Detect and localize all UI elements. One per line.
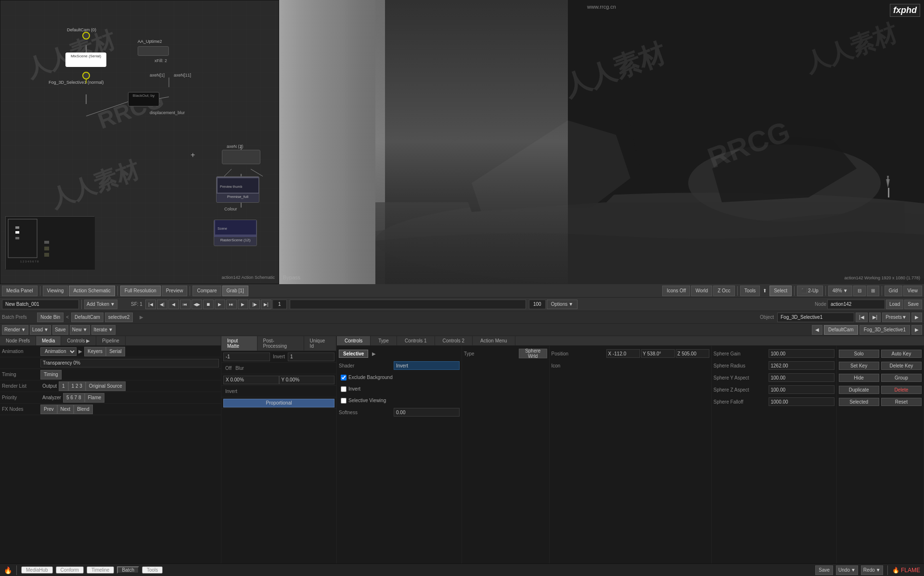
selective-btn[interactable]: Selective xyxy=(339,350,368,358)
insp-tab-controls[interactable]: Controls xyxy=(337,336,371,345)
tab-post-processing[interactable]: Post-Processing xyxy=(257,336,304,351)
selective2-btn[interactable]: selective2 xyxy=(105,313,133,322)
next-btn[interactable]: Next xyxy=(57,405,74,414)
serial-btn[interactable]: Serial xyxy=(106,347,125,356)
tab-node-prefs[interactable]: Node Prefs xyxy=(0,336,36,345)
group-btn[interactable]: Group xyxy=(881,374,922,382)
object-name-field[interactable] xyxy=(777,313,854,322)
tab-media[interactable]: Media xyxy=(36,336,61,345)
set-key-btn[interactable]: Set Key xyxy=(839,362,879,370)
icons-off-btn[interactable]: Icons Off xyxy=(662,286,690,296)
default-cam-btn[interactable]: DefaultCam xyxy=(71,313,103,322)
minus1-field[interactable] xyxy=(223,353,270,361)
frame-counter[interactable] xyxy=(272,300,287,309)
render-pages-btn[interactable]: 1 2 3 xyxy=(68,381,86,391)
play-back-btn[interactable]: ◀▶ xyxy=(192,300,202,309)
sphere-falloff-field[interactable] xyxy=(769,397,834,406)
node-defaultcam-circle[interactable] xyxy=(82,32,90,39)
prev-key-btn[interactable]: ◀| xyxy=(157,300,167,309)
flame-btn[interactable]: Flame xyxy=(85,393,105,403)
node-schematic[interactable]: 人人素材 RRCG 人人素材 DefaultCam (0) MixScene (… xyxy=(0,0,279,284)
pos-y-field[interactable] xyxy=(641,349,675,358)
compare-btn[interactable]: Compare xyxy=(192,286,221,296)
view-btn[interactable]: View xyxy=(903,286,923,296)
stop-btn[interactable]: ⏹ xyxy=(203,300,214,309)
delete-key-btn[interactable]: Delete Key xyxy=(881,362,922,370)
iterate-btn[interactable]: Iterate ▼ xyxy=(91,325,116,335)
next-key-btn[interactable]: |▶ xyxy=(249,300,260,309)
reset-btn[interactable]: Reset xyxy=(881,398,922,406)
insp-tab-type[interactable]: Type xyxy=(371,336,397,345)
solo-btn[interactable]: Solo xyxy=(839,350,879,358)
grid-btn[interactable]: Grid xyxy=(885,286,902,296)
fog3d-tab[interactable]: Fog_3D_Selective1 xyxy=(860,325,910,335)
world-btn[interactable]: World xyxy=(691,286,712,296)
node-black-1[interactable]: BlackOut; by xyxy=(128,92,159,106)
val1-field[interactable] xyxy=(288,353,334,361)
load-node-btn[interactable]: Load xyxy=(886,300,903,309)
dc-expand-btn[interactable]: ◀ xyxy=(812,325,822,335)
tools-btn[interactable]: Tools xyxy=(740,286,760,296)
add-token-btn[interactable]: Add Token ▼ xyxy=(84,300,117,309)
undo-btn[interactable]: Undo ▼ xyxy=(836,565,858,575)
auto-key-btn[interactable]: Auto Key xyxy=(881,350,922,358)
blend-btn[interactable]: Blend xyxy=(74,405,93,414)
media-panel-btn[interactable]: Media Panel xyxy=(2,286,38,296)
zoom-full-btn[interactable]: ⊞ xyxy=(867,286,879,296)
two-up-btn[interactable]: ⬛ 2-Up xyxy=(797,286,823,296)
y-val-field[interactable] xyxy=(279,376,335,384)
insp-tab-controls2[interactable]: Controls 2 xyxy=(435,336,473,345)
go-end-btn[interactable]: ▶| xyxy=(261,300,271,309)
node-preview-2[interactable]: Scene RasterScene (12) xyxy=(214,220,257,246)
defaultcam-tab[interactable]: DefaultCam xyxy=(824,325,858,335)
sphere-z-aspect-field[interactable] xyxy=(769,385,834,394)
select-btn[interactable]: Select xyxy=(770,286,792,296)
timeline-bar[interactable] xyxy=(290,300,526,309)
node-preview[interactable]: Preview thumb Premise_full xyxy=(216,176,259,203)
pos-z-field[interactable] xyxy=(676,349,709,358)
sphere-gain-field[interactable] xyxy=(769,349,834,358)
status-timeline[interactable]: Timeline xyxy=(87,566,114,574)
z-occ-btn[interactable]: Z Occ xyxy=(713,286,735,296)
node-name-field[interactable] xyxy=(827,300,885,309)
insp-tab-controls1[interactable]: Controls 1 xyxy=(397,336,435,345)
object-nav-next[interactable]: ▶| xyxy=(869,313,881,322)
hide-btn[interactable]: Hide xyxy=(839,374,879,382)
minimap[interactable]: 1 2 3 4 5 6 7 8 xyxy=(5,216,94,269)
viewing-btn[interactable]: Viewing xyxy=(43,286,68,296)
play-btn[interactable]: ▶ xyxy=(215,300,225,309)
new-btn[interactable]: New ▼ xyxy=(70,325,90,335)
redo-btn[interactable]: Redo ▼ xyxy=(861,565,883,575)
animation-dropdown[interactable]: Animation Object xyxy=(40,347,77,356)
batch-name-input[interactable] xyxy=(2,300,79,309)
node-connector-circle[interactable] xyxy=(82,72,90,79)
node-bin-btn[interactable]: Node Bin xyxy=(37,313,64,322)
status-mediahub[interactable]: MediaHub xyxy=(21,566,53,574)
zoom-btn[interactable]: 48% ▼ xyxy=(828,286,852,296)
node-aa[interactable] xyxy=(138,46,169,56)
x-val-field[interactable] xyxy=(223,376,279,384)
object-expand-btn[interactable]: ▶ xyxy=(911,313,922,322)
duplicate-btn[interactable]: Duplicate xyxy=(839,386,879,394)
save-node-btn[interactable]: Save xyxy=(904,300,922,309)
priority-vals-btn[interactable]: 5 6 7 8 xyxy=(63,393,85,403)
proportional-btn[interactable]: Proportional xyxy=(223,399,334,407)
sphere-radius-field[interactable] xyxy=(769,361,834,370)
status-tools[interactable]: Tools xyxy=(142,566,163,574)
next-frame-btn[interactable]: ⏭ xyxy=(226,300,237,309)
object-nav-prev[interactable]: |◀ xyxy=(856,313,868,322)
grab-btn[interactable]: Grab [1] xyxy=(222,286,248,296)
tab-input-matte[interactable]: Input Matte xyxy=(221,336,257,351)
action-schematic-btn[interactable]: Action Schematic xyxy=(69,286,115,296)
selective-viewing-cb[interactable] xyxy=(341,398,346,404)
delete-btn[interactable]: Delete xyxy=(881,386,922,394)
end-frame[interactable] xyxy=(529,300,546,309)
status-batch[interactable]: Batch xyxy=(117,566,139,574)
prev-btn[interactable]: Prev xyxy=(40,405,57,414)
selected-btn[interactable]: Selected xyxy=(839,398,879,406)
transparency-btn[interactable]: Transparency 0% xyxy=(40,359,219,367)
source-btn[interactable]: Timing xyxy=(40,370,62,380)
render-output-1[interactable]: 1 xyxy=(59,381,68,391)
preview-btn[interactable]: Preview xyxy=(162,286,188,296)
load-btn[interactable]: Load ▼ xyxy=(30,325,51,335)
